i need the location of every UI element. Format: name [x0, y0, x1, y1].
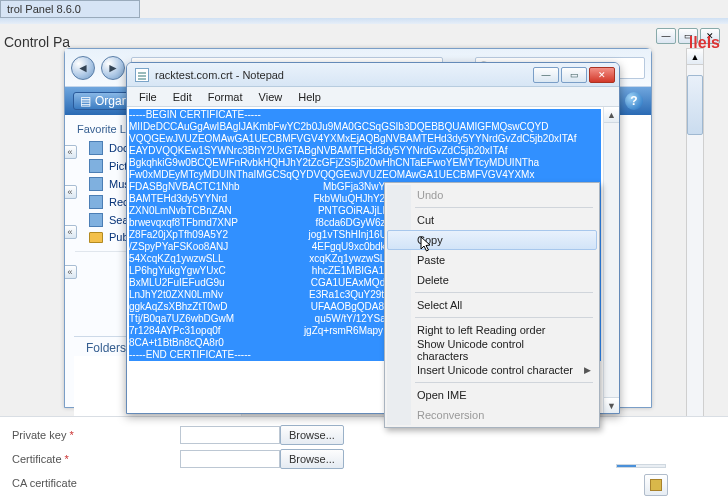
ctx-cut[interactable]: Cut: [387, 210, 597, 230]
notepad-menubar: File Edit Format View Help: [127, 87, 619, 107]
nav-forward-button[interactable]: ►: [101, 56, 125, 80]
certificate-browse-button[interactable]: Browse...: [280, 449, 344, 469]
ctx-delete[interactable]: Delete: [387, 270, 597, 290]
notepad-close-button[interactable]: ✕: [589, 67, 615, 83]
private-key-input[interactable]: [180, 426, 280, 444]
menu-view[interactable]: View: [251, 89, 291, 105]
public-folder-icon: [89, 232, 103, 243]
scroll-up-icon[interactable]: ▲: [604, 107, 619, 123]
scroll-down-icon[interactable]: ▼: [604, 397, 619, 413]
ctx-copy[interactable]: Copy: [387, 230, 597, 250]
ctx-open-ime[interactable]: Open IME: [387, 385, 597, 405]
ca-certificate-label: CA certificate: [12, 477, 172, 489]
menu-help[interactable]: Help: [290, 89, 329, 105]
submenu-arrow-icon: ▶: [584, 365, 591, 375]
organize-icon: ▤: [80, 94, 91, 108]
help-button[interactable]: ?: [625, 92, 643, 110]
notepad-scrollbar[interactable]: ▲ ▼: [603, 107, 619, 413]
ctx-reconversion: Reconversion: [387, 405, 597, 425]
certificate-upload-form: Private key * Browse... Certificate * Br…: [0, 416, 728, 502]
shield-button[interactable]: [644, 474, 668, 496]
collapse-chevron-icon[interactable]: «: [65, 225, 77, 239]
minimize-button[interactable]: —: [656, 28, 676, 44]
notepad-maximize-button[interactable]: ▭: [561, 67, 587, 83]
context-menu: Undo Cut Copy Paste Delete Select All Ri…: [384, 182, 600, 428]
menu-format[interactable]: Format: [200, 89, 251, 105]
menu-edit[interactable]: Edit: [165, 89, 200, 105]
scroll-thumb[interactable]: [687, 75, 703, 135]
notepad-minimize-button[interactable]: —: [533, 67, 559, 83]
certificate-input[interactable]: [180, 450, 280, 468]
private-key-browse-button[interactable]: Browse...: [280, 425, 344, 445]
private-key-label: Private key *: [12, 429, 172, 441]
scroll-up-icon[interactable]: ▲: [687, 49, 703, 65]
outer-window-title: trol Panel 8.6.0: [0, 0, 140, 18]
collapse-chevron-icon[interactable]: «: [65, 145, 77, 159]
collapse-chevron-icon[interactable]: «: [65, 185, 77, 199]
progress-indicator: [616, 464, 666, 468]
documents-icon: [89, 141, 103, 155]
ctx-insert-unicode[interactable]: Insert Unicode control character ▶: [387, 360, 597, 380]
ctx-paste[interactable]: Paste: [387, 250, 597, 270]
shield-icon: [650, 479, 662, 491]
ctx-select-all[interactable]: Select All: [387, 295, 597, 315]
ctx-show-unicode[interactable]: Show Unicode control characters: [387, 340, 597, 360]
pictures-icon: [89, 159, 103, 173]
search-folder-icon: [89, 213, 103, 227]
nav-back-button[interactable]: ◄: [71, 56, 95, 80]
ctx-rtl[interactable]: Right to left Reading order: [387, 320, 597, 340]
menu-file[interactable]: File: [131, 89, 165, 105]
notepad-title: racktest.com.crt - Notepad: [155, 69, 533, 81]
notepad-titlebar[interactable]: racktest.com.crt - Notepad — ▭ ✕: [127, 63, 619, 87]
certificate-label: Certificate *: [12, 453, 172, 465]
ctx-undo: Undo: [387, 185, 597, 205]
control-panel-label: Control Pa: [0, 34, 72, 50]
music-icon: [89, 177, 103, 191]
outer-bar: [0, 18, 728, 24]
recent-icon: [89, 195, 103, 209]
notepad-icon: [135, 68, 149, 82]
collapse-chevron-icon[interactable]: «: [65, 265, 77, 279]
